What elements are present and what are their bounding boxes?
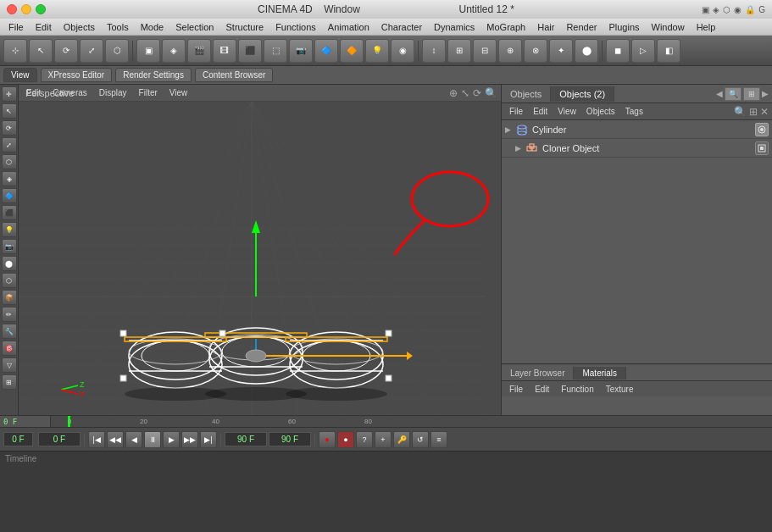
- menu-character[interactable]: Character: [376, 20, 427, 34]
- 3d-scene[interactable]: Z X: [19, 102, 501, 415]
- left-btn-13[interactable]: 📦: [2, 290, 17, 305]
- menu-help[interactable]: Help: [691, 20, 721, 34]
- menu-animation[interactable]: Animation: [323, 20, 375, 34]
- btn-play-reverse[interactable]: ◀: [125, 431, 142, 448]
- left-btn-4[interactable]: ⤢: [2, 137, 17, 152]
- toolbar-btn-3[interactable]: ⟳: [54, 39, 78, 63]
- left-btn-6[interactable]: ◈: [2, 171, 17, 186]
- menu-hair[interactable]: Hair: [532, 20, 559, 34]
- expand-icon[interactable]: ▶: [505, 125, 515, 134]
- menu-plugins[interactable]: Plugins: [603, 20, 644, 34]
- toolbar-btn-1[interactable]: ⊹: [3, 39, 27, 63]
- menu-window[interactable]: Window: [647, 20, 690, 34]
- btn-pause[interactable]: ⏸: [144, 431, 161, 448]
- toolbar-btn-23[interactable]: ⬤: [575, 39, 598, 63]
- frame-input[interactable]: 0 F: [38, 432, 81, 446]
- panel-arrow-left[interactable]: ◀: [716, 89, 723, 98]
- menu-dynamics[interactable]: Dynamics: [429, 20, 480, 34]
- left-btn-15[interactable]: 🔧: [2, 324, 17, 339]
- obj-icon-options[interactable]: ⊞: [749, 106, 758, 118]
- obj-icon-close[interactable]: ✕: [760, 106, 769, 118]
- toolbar-btn-20[interactable]: ⊕: [498, 39, 522, 63]
- toolbar-btn-10[interactable]: ⬛: [238, 39, 262, 63]
- left-btn-18[interactable]: ⊞: [2, 374, 17, 390]
- panel-arrow-right[interactable]: ▶: [762, 89, 769, 98]
- left-btn-14[interactable]: ✏: [2, 307, 17, 322]
- vp-menu-display[interactable]: Display: [95, 86, 131, 99]
- toolbar-btn-15[interactable]: 💡: [365, 39, 389, 63]
- tab-content-browser[interactable]: Content Browser: [195, 68, 273, 82]
- mat-menu-function[interactable]: Function: [557, 384, 597, 395]
- current-frame-display[interactable]: 0 F: [3, 432, 33, 446]
- btn-play[interactable]: ▶: [163, 431, 180, 448]
- menu-mode[interactable]: Mode: [136, 20, 169, 34]
- toolbar-btn-4[interactable]: ⤢: [80, 39, 103, 63]
- menu-objects[interactable]: Objects: [58, 20, 100, 34]
- btn-plus[interactable]: +: [375, 431, 392, 448]
- btn-more[interactable]: ≡: [430, 431, 447, 448]
- obj-menu-tags[interactable]: Tags: [621, 105, 647, 118]
- menu-tools[interactable]: Tools: [102, 20, 134, 34]
- toolbar-btn-22[interactable]: ✦: [549, 39, 573, 63]
- menu-edit[interactable]: Edit: [31, 20, 57, 34]
- toolbar-btn-9[interactable]: 🎞: [213, 39, 236, 63]
- left-btn-10[interactable]: 📷: [2, 239, 17, 254]
- left-btn-16[interactable]: 🎯: [2, 341, 17, 356]
- menu-functions[interactable]: Functions: [270, 20, 321, 34]
- btn-record-stop[interactable]: ●: [319, 431, 336, 448]
- toolbar-btn-6[interactable]: ▣: [136, 39, 160, 63]
- toolbar-btn-11[interactable]: ⬚: [264, 39, 287, 63]
- obj-menu-objects[interactable]: Objects: [582, 105, 619, 118]
- obj-menu-file[interactable]: File: [505, 105, 527, 118]
- toolbar-render-3[interactable]: ◧: [657, 39, 680, 63]
- btn-record-2[interactable]: ●: [337, 431, 354, 448]
- object-row-cloner[interactable]: ▶ Cloner Object: [502, 139, 772, 158]
- btn-goto-end[interactable]: ▶|: [200, 431, 217, 448]
- toolbar-btn-18[interactable]: ⊞: [447, 39, 471, 63]
- toolbar-render-2[interactable]: ▷: [631, 39, 655, 63]
- viewport[interactable]: Edit Cameras Display Filter View ⊕ ⤡ ⟳ 🔍…: [19, 85, 501, 415]
- mat-menu-edit[interactable]: Edit: [530, 384, 553, 395]
- tab-objects-2[interactable]: Objects (2): [551, 86, 614, 102]
- obj-menu-edit[interactable]: Edit: [529, 105, 552, 118]
- toolbar-btn-8[interactable]: 🎬: [187, 39, 211, 63]
- menu-file[interactable]: File: [3, 20, 29, 34]
- toolbar-btn-5[interactable]: ⬡: [105, 39, 129, 63]
- cylinder-tag-1[interactable]: [755, 123, 769, 136]
- left-btn-8[interactable]: ⬛: [2, 205, 17, 220]
- tab-render-settings[interactable]: Render Settings: [115, 68, 192, 82]
- btn-key[interactable]: 🔑: [393, 431, 410, 448]
- left-btn-2[interactable]: ↖: [2, 103, 17, 119]
- panel-filter-icon[interactable]: ⊞: [743, 87, 760, 101]
- vp-menu-view[interactable]: View: [165, 86, 192, 99]
- expand-icon-cloner[interactable]: ▶: [515, 144, 525, 152]
- toolbar-btn-7[interactable]: ◈: [162, 39, 186, 63]
- cloner-tag-1[interactable]: [755, 141, 769, 155]
- left-btn-9[interactable]: 💡: [2, 222, 17, 237]
- obj-icon-search[interactable]: 🔍: [734, 106, 747, 118]
- tab-materials[interactable]: Materials: [574, 367, 626, 380]
- left-btn-11[interactable]: ⬤: [2, 256, 17, 271]
- tab-view[interactable]: View: [3, 68, 37, 82]
- toolbar-btn-21[interactable]: ⊗: [524, 39, 547, 63]
- btn-goto-start[interactable]: |◀: [88, 431, 105, 448]
- left-btn-5[interactable]: ⬡: [2, 154, 17, 169]
- object-row-cylinder[interactable]: ▶ Cylinder: [502, 120, 772, 139]
- panel-search-icon[interactable]: 🔍: [725, 87, 741, 101]
- left-btn-3[interactable]: ⟳: [2, 120, 17, 136]
- menu-selection[interactable]: Selection: [170, 20, 219, 34]
- btn-prev-frame[interactable]: ◀◀: [107, 431, 124, 448]
- tab-layer-browser[interactable]: Layer Browser: [502, 367, 574, 380]
- toolbar-btn-14[interactable]: 🔶: [340, 39, 364, 63]
- end-frame-display[interactable]: 90 F: [225, 432, 267, 446]
- toolbar-render-1[interactable]: ◼: [606, 39, 630, 63]
- vp-menu-filter[interactable]: Filter: [135, 86, 162, 99]
- left-btn-7[interactable]: 🔷: [2, 188, 17, 203]
- left-btn-12[interactable]: ⬡: [2, 273, 17, 288]
- btn-next-frame[interactable]: ▶▶: [181, 431, 198, 448]
- tab-xpresso[interactable]: XPresso Editor: [41, 68, 113, 82]
- obj-menu-view[interactable]: View: [553, 105, 580, 118]
- tab-objects[interactable]: Objects: [502, 86, 551, 102]
- menu-structure[interactable]: Structure: [220, 20, 269, 34]
- window-menu-label[interactable]: Window: [324, 3, 360, 15]
